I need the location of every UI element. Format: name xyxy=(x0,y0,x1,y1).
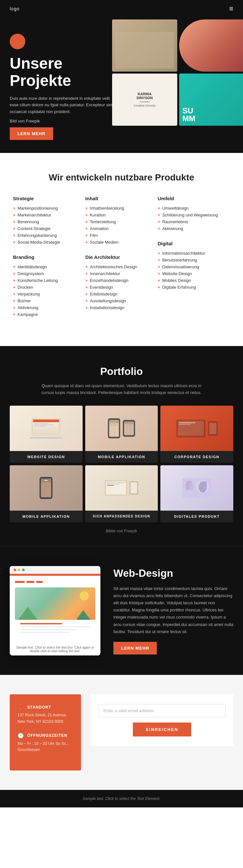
list-item: Markenarchitektur xyxy=(13,213,85,217)
footer-text: Sample text. Click to select the Text El… xyxy=(83,796,160,801)
products-grid: Strategie Markenpositionierung Markenarc… xyxy=(13,196,230,327)
col-title-architektur: Die Architektur xyxy=(85,254,157,260)
webdesign-section: Sample text. Click to select the text bo… xyxy=(0,546,243,675)
contact-location-label: STANDORT xyxy=(27,705,51,710)
list-item: Einzelhandelsdesign xyxy=(85,278,157,283)
mockup-line-orange xyxy=(20,623,62,624)
nav-line xyxy=(36,581,43,583)
hero-images: KARINADINYSON Creative Director SUMM xyxy=(110,18,243,128)
portfolio-section: Portfolio Quam quisque id diam vel quam … xyxy=(0,346,243,547)
contact-location: 📍 STANDORT 137 Rock Street, 21 Avenue, N… xyxy=(18,704,73,724)
portfolio-card-6[interactable]: DIGITALES PRODUKT xyxy=(160,465,233,522)
contact-hours-value: Mo – Fr : 10 – 20 Uhr So Sc... Geschloss… xyxy=(18,741,73,753)
portfolio-description: Quam quisque id diam vel quam elementum.… xyxy=(40,383,203,396)
products-col-2: Inhalt Inhaltsentwicklung Kuration Texte… xyxy=(85,196,157,327)
contact-hours-label: ÖFFNUNGSZEITEN xyxy=(27,733,67,738)
list-item: Benennung xyxy=(13,219,85,224)
portfolio-grid: WEBSITE DESIGN xyxy=(10,406,233,522)
portfolio-img-4 xyxy=(10,465,83,510)
hero-image-2 xyxy=(179,20,243,72)
email-input[interactable] xyxy=(98,704,225,717)
list-item: Kuration xyxy=(85,213,157,217)
umfeld-list: Umweltdesign Schilderung und Wegweisung … xyxy=(158,206,230,231)
mockup-line xyxy=(20,629,76,630)
list-item: Social-Media-Strategie xyxy=(13,240,85,245)
footer: Sample text. Click to select the Text El… xyxy=(0,790,243,807)
col-title-digital: Digital xyxy=(158,241,230,246)
mockup-content xyxy=(10,576,100,643)
list-item: Mobiles Design xyxy=(158,278,230,283)
products-col-1: Strategie Markenpositionierung Markenarc… xyxy=(13,196,85,327)
list-item: Umweltdesign xyxy=(158,206,230,211)
list-item: Aktivierung xyxy=(158,226,230,231)
list-item: Erfahrungskartierung xyxy=(13,233,85,238)
hero-image-4: SUMM xyxy=(179,73,243,126)
list-item: Digitale Erfahrung xyxy=(158,285,230,290)
list-item: Bücher xyxy=(13,299,85,303)
portfolio-img-1 xyxy=(10,406,83,451)
digital-list: Informationsarchitektur Benutzererfahrun… xyxy=(158,251,230,290)
list-item: Drucken xyxy=(13,285,85,290)
portfolio-label-1: WEBSITE DESIGN xyxy=(10,451,83,463)
portfolio-img-3 xyxy=(160,406,233,451)
mockup-dot-green xyxy=(22,569,25,571)
list-item: Kampagne xyxy=(13,312,85,317)
portfolio-label-4: MOBILE APPLIKATION xyxy=(10,510,83,522)
list-item: Animation xyxy=(85,226,157,231)
list-item: Ausstellungsdesign xyxy=(85,299,157,303)
list-item: Identitätsdesign xyxy=(13,265,85,269)
list-item: Benutzererfahrung xyxy=(158,257,230,262)
portfolio-label-6: DIGITALES PRODUKT xyxy=(160,510,233,522)
webdesign-mockup: Sample text. Click to select the text bo… xyxy=(10,566,100,655)
navigation: logo ≡ xyxy=(0,0,243,18)
location-icon: 📍 xyxy=(18,704,24,710)
hero-dot xyxy=(10,34,25,49)
mockup-mountain-2 xyxy=(76,610,90,620)
mockup-line xyxy=(20,626,90,627)
portfolio-card-5[interactable]: SICH ANPASSENDES DESIGN xyxy=(85,465,158,522)
list-item: Inhaltsentwicklung xyxy=(85,206,157,211)
portfolio-img-2 xyxy=(85,406,158,451)
portfolio-img-5 xyxy=(85,465,158,510)
mockup-sun xyxy=(80,591,89,600)
mockup-dot-red xyxy=(13,569,16,571)
portfolio-label-2: MOBILE APPLIKATION xyxy=(85,451,158,463)
mockup-line xyxy=(20,632,69,633)
webdesign-cta-button[interactable]: LERN MEHR xyxy=(113,642,157,654)
portfolio-img-6 xyxy=(160,465,233,510)
architektur-list: Architektonisches Design Innenarchitektu… xyxy=(85,265,157,310)
mockup-text-lines xyxy=(15,623,95,638)
mockup-caption: Sample text. Click to select the text bo… xyxy=(10,643,100,655)
contact-form: EINREICHEN xyxy=(91,694,233,746)
mockup-nav xyxy=(15,581,95,583)
portfolio-label-5: SICH ANPASSENDES DESIGN xyxy=(85,510,158,522)
hero-text: Unsere Projekte Duis aute irure dolor in… xyxy=(10,34,113,153)
hero-cta-button[interactable]: LERN MEHR xyxy=(10,127,53,140)
col-title-strategie: Strategie xyxy=(13,196,85,201)
portfolio-card-2[interactable]: MOBILE APPLIKATION xyxy=(85,406,158,463)
hero-image-1 xyxy=(112,20,177,72)
nav-line xyxy=(15,581,25,583)
webdesign-text: Web-Design Sit amet massa vitae tortor c… xyxy=(113,567,233,654)
products-heading: Wir entwickeln nutzbare Produkte xyxy=(13,173,230,183)
hours-icon: 🕐 xyxy=(18,733,24,739)
contact-info: 📍 STANDORT 137 Rock Street, 21 Avenue, N… xyxy=(10,694,81,771)
list-item: Markenpositionierung xyxy=(13,206,85,211)
list-item: Website-Design xyxy=(158,271,230,276)
list-item: Film xyxy=(85,233,157,238)
portfolio-credit: Bilder von Freepik xyxy=(10,529,233,533)
portfolio-card-1[interactable]: WEBSITE DESIGN xyxy=(10,406,83,463)
list-item: Architektonisches Design xyxy=(85,265,157,269)
hero-credit: Bild von Freepik xyxy=(10,118,113,125)
portfolio-card-4[interactable]: MOBILE APPLIKATION xyxy=(10,465,83,522)
mockup-bar xyxy=(10,566,100,574)
submit-button[interactable]: EINREICHEN xyxy=(133,722,191,737)
hero-section: Unsere Projekte Duis aute irure dolor in… xyxy=(0,18,243,153)
list-item: Texterstellung xyxy=(85,219,157,224)
col-title-umfeld: Umfeld xyxy=(158,196,230,201)
contact-section: 📍 STANDORT 137 Rock Street, 21 Avenue, N… xyxy=(0,675,243,790)
menu-icon[interactable]: ≡ xyxy=(229,4,233,13)
portfolio-card-3[interactable]: CORPORATE DESIGN xyxy=(160,406,233,463)
list-item: Künstlerische Leitung xyxy=(13,278,85,283)
list-item: Designsystem xyxy=(13,271,85,276)
